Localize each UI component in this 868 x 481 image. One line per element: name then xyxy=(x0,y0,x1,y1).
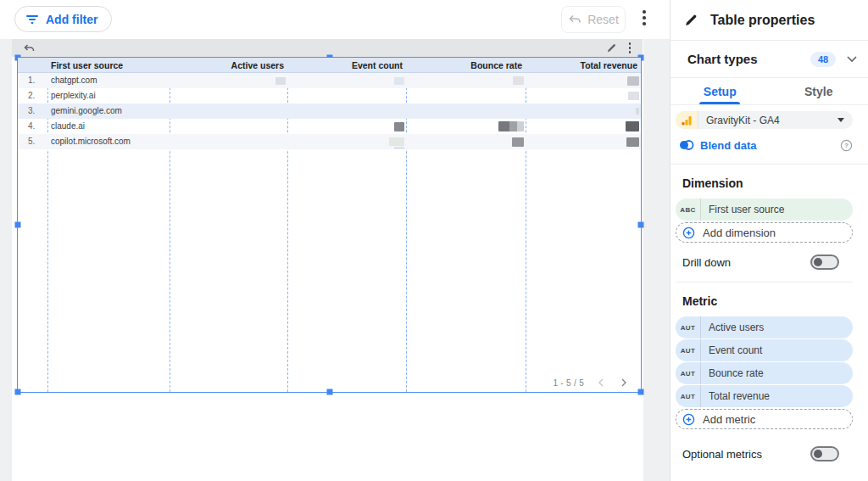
redacted-value xyxy=(626,121,639,131)
dimension-cell: chatgpt.com xyxy=(47,73,170,88)
looker-studio-editor: Add filter Reset xyxy=(0,0,868,481)
chevron-down-icon[interactable] xyxy=(846,55,858,63)
properties-panel: Table properties Chart types 48 Setup St… xyxy=(670,0,868,481)
redacted-value xyxy=(394,77,404,85)
resize-handle-se[interactable] xyxy=(638,389,644,395)
column-header[interactable]: Event count xyxy=(287,58,406,72)
column-header[interactable]: First user source xyxy=(47,58,170,72)
table-row: 5.copilot.microsoft.com xyxy=(18,134,641,149)
metric-cell xyxy=(287,73,406,88)
resize-handle-w[interactable] xyxy=(15,222,21,228)
blend-data-link[interactable]: Blend data xyxy=(700,139,840,152)
column-header[interactable] xyxy=(18,58,47,72)
table-row: 3.gemini.google.com xyxy=(18,103,641,119)
chart-types-count-badge: 48 xyxy=(810,52,836,67)
edit-pencil-icon xyxy=(684,13,698,27)
blend-icon xyxy=(679,139,694,151)
plus-circle-icon xyxy=(682,413,695,426)
optional-metrics-label: Optional metrics xyxy=(682,448,810,461)
more-options-icon[interactable] xyxy=(643,10,646,25)
metric-chip[interactable]: AUTEvent count xyxy=(676,339,853,361)
table-pagination: 1 - 5 / 5 xyxy=(553,377,630,389)
panel-tabs: Setup Style xyxy=(670,78,868,105)
metric-cell xyxy=(170,73,287,88)
chart-undo-icon[interactable] xyxy=(23,43,36,53)
row-number-cell: 5. xyxy=(18,134,47,149)
redacted-value xyxy=(389,137,404,146)
field-name: First user source xyxy=(701,204,784,215)
field-type-badge: AUT xyxy=(676,339,701,361)
row-number-cell: 3. xyxy=(18,103,47,119)
dimension-cell: copilot.microsoft.com xyxy=(47,134,170,149)
tab-setup-label: Setup xyxy=(704,85,737,98)
drill-down-label: Drill down xyxy=(682,256,810,269)
optional-metrics-toggle[interactable] xyxy=(810,446,839,461)
column-header[interactable]: Bounce rate xyxy=(406,58,526,72)
metric-cell xyxy=(287,88,406,103)
field-type-badge: AUT xyxy=(676,362,701,384)
metric-chip[interactable]: AUTTotal revenue xyxy=(676,385,853,407)
metric-cell xyxy=(526,134,641,149)
dimension-section: Dimension ABCFirst user source Add dimen… xyxy=(670,176,868,282)
drill-down-row: Drill down xyxy=(682,254,839,270)
row-number-cell: 4. xyxy=(18,119,47,134)
resize-handle-e[interactable] xyxy=(638,222,644,228)
chart-more-options-icon[interactable] xyxy=(629,42,632,53)
resize-handle-s[interactable] xyxy=(326,389,332,395)
add-metric-label: Add metric xyxy=(703,413,755,426)
metric-chip[interactable]: AUTBounce rate xyxy=(676,362,853,384)
table-row: 1.chatgpt.com xyxy=(18,73,641,88)
google-analytics-icon xyxy=(676,111,698,129)
reset-label: Reset xyxy=(587,13,619,26)
tab-style[interactable]: Style xyxy=(770,78,868,104)
chart-types-selector[interactable]: Chart types 48 xyxy=(670,41,868,78)
metric-cell xyxy=(287,134,406,149)
data-table: First user sourceActive usersEvent count… xyxy=(18,58,641,149)
redacted-value xyxy=(512,137,524,147)
redacted-value xyxy=(628,92,639,100)
metric-cell xyxy=(406,73,526,88)
metric-cell xyxy=(170,103,287,119)
metric-cell xyxy=(526,119,641,134)
add-dimension-label: Add dimension xyxy=(703,227,776,239)
section-divider xyxy=(676,282,853,282)
add-filter-label: Add filter xyxy=(46,13,97,26)
section-divider xyxy=(670,164,868,165)
resize-handle-sw[interactable] xyxy=(15,389,21,395)
column-header[interactable]: Total revenue xyxy=(526,58,641,72)
dimension-cell: gemini.google.com xyxy=(47,103,170,119)
undo-icon xyxy=(568,14,581,25)
column-header[interactable]: Active users xyxy=(170,58,287,72)
pagination-next-icon[interactable] xyxy=(618,377,630,389)
field-name: Event count xyxy=(701,344,762,356)
add-dimension-button[interactable]: Add dimension xyxy=(676,222,853,243)
redacted-value xyxy=(275,77,286,85)
data-source-name: GravityKit - GA4 xyxy=(698,115,837,126)
add-metric-button[interactable]: Add metric xyxy=(676,409,853,429)
tab-setup[interactable]: Setup xyxy=(670,78,770,104)
redacted-value xyxy=(394,147,404,150)
field-type-badge: AUT xyxy=(676,385,701,407)
svg-text:?: ? xyxy=(844,142,849,149)
add-filter-button[interactable]: Add filter xyxy=(14,6,112,32)
data-source-selector[interactable]: GravityKit - GA4 xyxy=(676,111,853,129)
selected-table-chart[interactable]: First user sourceActive usersEvent count… xyxy=(17,57,642,393)
metric-cell xyxy=(526,73,641,88)
blend-data-row: Blend data ? xyxy=(679,137,853,154)
canvas-right-gutter xyxy=(643,39,670,481)
dimension-cell: perplexity.ai xyxy=(47,88,170,103)
redacted-value xyxy=(627,76,639,86)
pagination-prev-icon[interactable] xyxy=(595,377,607,389)
drill-down-toggle[interactable] xyxy=(810,254,839,270)
chart-edit-pencil-icon[interactable] xyxy=(606,42,617,53)
field-type-badge: AUT xyxy=(676,316,701,338)
help-icon[interactable]: ? xyxy=(840,139,853,152)
redacted-value xyxy=(394,122,404,131)
plus-circle-icon xyxy=(682,227,695,239)
reset-button[interactable]: Reset xyxy=(561,6,626,33)
metric-chip[interactable]: AUTActive users xyxy=(676,316,853,338)
optional-metrics-row: Optional metrics xyxy=(682,446,839,461)
metric-cell xyxy=(406,103,526,119)
chart-types-label: Chart types xyxy=(687,52,810,66)
dimension-chip[interactable]: ABCFirst user source xyxy=(676,199,853,221)
